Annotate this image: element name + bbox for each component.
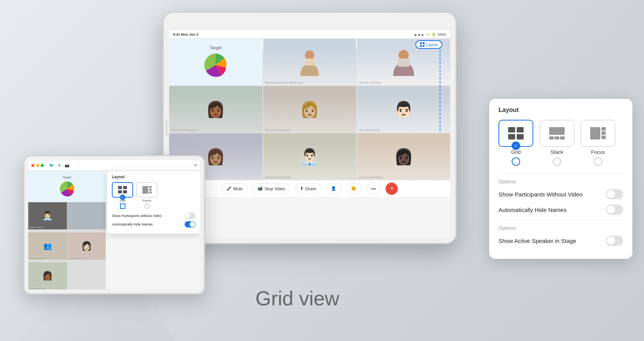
small-ipad-bt-icon: ✦ [58,163,61,167]
small-cell-catherine: 👩🏾 Catherine Sinu [28,262,67,289]
share-button[interactable]: ⬆ Share [295,183,321,194]
svg-rect-6 [423,45,425,47]
share-label: Share [305,186,316,191]
small-cell-group: 👥 SHN7-APR15 [28,232,67,260]
svg-rect-3 [420,42,422,44]
small-ipad-nav-icon: 🐦 [49,163,54,167]
small-panel-title: Layout [112,175,195,179]
show-active-speaker-label: Show Active Speaker in Stage [498,238,576,244]
grid-view-label: Grid view [255,287,339,310]
svg-rect-30 [149,191,152,193]
video-cell-barbara: Barbara German (host, me) [263,39,356,85]
focus-option-box[interactable] [581,120,615,147]
small-focus-icon [142,186,152,194]
panel-title: Layout [498,107,623,114]
layout-grid-icon [420,42,425,47]
svg-rect-25 [118,190,122,193]
hide-names-label: Automatically Hide Names [498,207,567,213]
more-button[interactable]: ••• [366,184,381,194]
more-icon: ••• [371,186,376,191]
small-hide-names-toggle[interactable] [185,221,195,227]
emoji-button[interactable]: 😊 [346,183,361,194]
participants-button[interactable]: 👤 [326,183,341,194]
focus-radio[interactable] [594,157,602,166]
small-video-grid: Target 👨🏻‍💼 Simon Jones [28,171,106,289]
focus-icon [590,127,606,140]
stop-video-button[interactable]: 📹 Stop Video [252,183,290,194]
small-grid-inner: Target 👨🏻‍💼 Simon Jones [28,171,106,289]
svg-rect-27 [142,186,148,194]
brandon-label: Brandon Burke [359,127,380,131]
svg-rect-26 [123,190,127,193]
small-cell-maria: 👩🏻 Maria Rossi [67,232,106,260]
show-active-speaker-toggle[interactable] [606,236,623,246]
catherine-label: Catherine Sinu [29,286,45,289]
small-pie-label: Target [63,176,71,179]
layout-option-focus[interactable]: Focus [581,120,615,166]
focus-label: Focus [591,149,605,155]
pie-label: Target [210,45,222,50]
small-ipad: 🐦 ✦ 📷 ✕ Target [23,155,205,294]
barbara-label: Barbara German (host, me) [265,80,303,84]
svg-rect-23 [118,186,122,189]
small-check-badge: ✓ [120,195,125,200]
show-participants-toggle[interactable] [606,189,623,199]
svg-rect-17 [555,136,559,140]
close-traffic-light[interactable] [31,164,34,167]
small-focus-radio[interactable] [144,203,150,209]
video-cell-brandon: 👨🏻 Brandon Burke [357,86,450,133]
svg-rect-4 [423,42,425,44]
dashed-connector [440,46,440,131]
small-grid-box[interactable]: ✓ [112,182,133,198]
minimize-traffic-light[interactable] [36,164,39,167]
small-layout-opts: ✓ Grid Focus [112,182,195,209]
svg-rect-21 [601,131,606,135]
svg-rect-14 [517,134,524,140]
video-toolbar: 🎤 Mute 📹 Stop Video ⬆ Share 👤 😊 ••• ✕ [169,180,450,197]
video-cell-giacomo3: 👨🏻‍💼 Giacomo Edwards [263,133,356,180]
svg-rect-13 [508,134,515,140]
bessie-label: Bessie Alexander [359,175,383,178]
video-grid: Target [169,39,450,180]
giacomo2-label: Giacomo Edwards [265,127,291,131]
small-ipad-close-icon[interactable]: ✕ [194,163,197,167]
layout-option-stack[interactable]: Stack [540,120,574,166]
pie-chart [202,52,229,79]
small-ipad-header: 🐦 ✦ 📷 ✕ [28,160,200,171]
svg-rect-24 [123,186,127,189]
stack-option-box[interactable] [540,120,574,147]
svg-rect-5 [420,45,422,47]
small-show-participants-toggle[interactable] [185,213,195,219]
layout-option-grid[interactable]: ✓ Grid [498,120,533,166]
small-grid-radio[interactable] [120,203,125,209]
mute-label: Mute [233,186,243,191]
small-layout-panel: Layout ✓ Grid [107,171,200,234]
show-participants-row: Show Participants Without Video [498,189,623,199]
show-active-speaker-row: Show Active Speaker in Stage [498,236,623,246]
svg-rect-8 [305,59,314,65]
mute-button[interactable]: 🎤 Mute [221,183,248,194]
stop-video-label: Stop Video [264,186,285,191]
grid-option-box[interactable]: ✓ [498,120,533,147]
small-show-participants-label: Show Participants without Video [112,214,161,218]
group-label: SHN7-APR15 [29,257,44,259]
stack-radio[interactable] [553,157,561,166]
maximize-traffic-light[interactable] [41,164,44,167]
mic-icon: 🎤 [226,186,232,191]
svg-rect-18 [560,136,565,140]
hide-names-toggle[interactable] [606,205,623,215]
svg-rect-20 [601,127,606,131]
small-grid-option[interactable]: ✓ Grid [112,182,133,209]
layout-options-row: ✓ Grid Stack [498,120,623,166]
small-focus-box[interactable] [136,182,158,198]
svg-rect-22 [601,136,606,139]
svg-rect-11 [508,127,515,133]
small-show-participants-row: Show Participants without Video [112,213,195,219]
video-cell-bessie: 👩🏿 Bessie Alexander [357,133,450,180]
emoji-icon: 😊 [351,186,356,191]
grid-radio[interactable] [512,157,520,166]
small-focus-option[interactable]: Focus [136,182,158,209]
end-call-button[interactable]: ✕ [385,183,398,195]
layout-button[interactable]: Layout [415,40,442,49]
video-cell-giacomo2: 👩🏼 Giacomo Edwards [263,86,356,133]
